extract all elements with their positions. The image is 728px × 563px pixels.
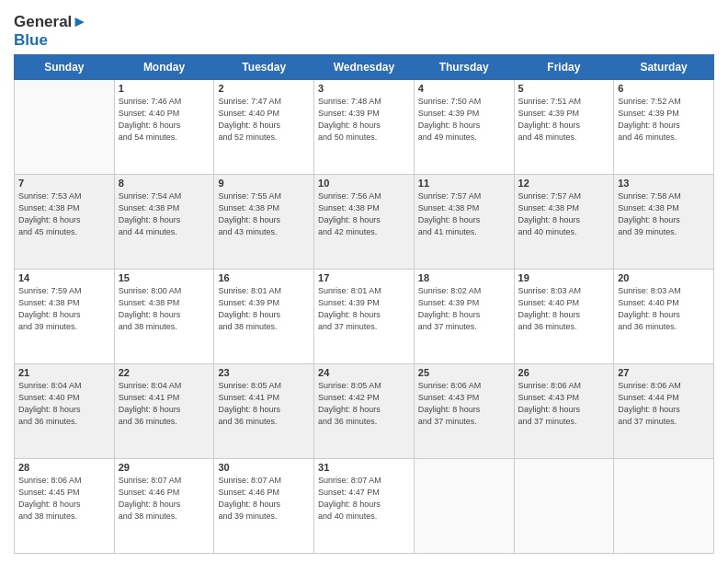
day-number: 11 xyxy=(418,178,510,189)
day-number: 27 xyxy=(618,367,710,378)
day-info: Sunrise: 8:07 AMSunset: 4:46 PMDaylight:… xyxy=(218,475,310,523)
day-number: 26 xyxy=(518,367,610,378)
day-number: 29 xyxy=(119,462,210,473)
calendar-cell: 13Sunrise: 7:58 AMSunset: 4:38 PMDayligh… xyxy=(614,175,714,270)
day-info: Sunrise: 8:00 AMSunset: 4:38 PMDaylight:… xyxy=(119,285,210,333)
calendar-cell xyxy=(514,458,614,553)
calendar-week-0: 1Sunrise: 7:46 AMSunset: 4:40 PMDaylight… xyxy=(15,80,714,175)
day-info: Sunrise: 8:06 AMSunset: 4:43 PMDaylight:… xyxy=(518,380,610,428)
day-header-friday: Friday xyxy=(514,55,614,80)
day-info: Sunrise: 8:06 AMSunset: 4:45 PMDaylight:… xyxy=(18,475,110,523)
day-info: Sunrise: 7:51 AMSunset: 4:39 PMDaylight:… xyxy=(518,96,610,144)
calendar-table: SundayMondayTuesdayWednesdayThursdayFrid… xyxy=(14,54,714,554)
day-number: 12 xyxy=(518,178,610,189)
calendar-cell xyxy=(614,458,714,553)
calendar-cell: 1Sunrise: 7:46 AMSunset: 4:40 PMDaylight… xyxy=(114,80,214,175)
calendar-cell xyxy=(15,80,115,175)
day-number: 2 xyxy=(218,83,310,94)
day-info: Sunrise: 8:01 AMSunset: 4:39 PMDaylight:… xyxy=(318,285,410,333)
day-number: 22 xyxy=(119,367,210,378)
logo-blue-text: Blue xyxy=(14,31,87,50)
calendar-cell: 6Sunrise: 7:52 AMSunset: 4:39 PMDaylight… xyxy=(614,80,714,175)
page: General► Blue SundayMondayTuesdayWednesd… xyxy=(0,0,728,563)
day-header-saturday: Saturday xyxy=(614,55,714,80)
calendar-cell: 30Sunrise: 8:07 AMSunset: 4:46 PMDayligh… xyxy=(214,458,314,553)
day-info: Sunrise: 7:47 AMSunset: 4:40 PMDaylight:… xyxy=(218,96,310,144)
calendar-cell: 3Sunrise: 7:48 AMSunset: 4:39 PMDaylight… xyxy=(314,80,415,175)
calendar-cell: 24Sunrise: 8:05 AMSunset: 4:42 PMDayligh… xyxy=(314,364,415,459)
day-info: Sunrise: 7:48 AMSunset: 4:39 PMDaylight:… xyxy=(318,96,410,144)
calendar-cell: 25Sunrise: 8:06 AMSunset: 4:43 PMDayligh… xyxy=(414,364,514,459)
calendar-cell: 14Sunrise: 7:59 AMSunset: 4:38 PMDayligh… xyxy=(15,270,115,364)
calendar-cell: 11Sunrise: 7:57 AMSunset: 4:38 PMDayligh… xyxy=(414,175,514,270)
day-info: Sunrise: 7:57 AMSunset: 4:38 PMDaylight:… xyxy=(518,190,610,238)
day-info: Sunrise: 7:55 AMSunset: 4:38 PMDaylight:… xyxy=(218,190,310,238)
day-number: 8 xyxy=(119,178,210,189)
day-number: 28 xyxy=(18,462,110,473)
day-number: 5 xyxy=(518,83,610,94)
calendar-cell: 5Sunrise: 7:51 AMSunset: 4:39 PMDaylight… xyxy=(514,80,614,175)
calendar-cell: 4Sunrise: 7:50 AMSunset: 4:39 PMDaylight… xyxy=(414,80,514,175)
calendar-cell: 29Sunrise: 8:07 AMSunset: 4:46 PMDayligh… xyxy=(114,458,214,553)
calendar-week-1: 7Sunrise: 7:53 AMSunset: 4:38 PMDaylight… xyxy=(15,175,714,270)
day-number: 4 xyxy=(418,83,510,94)
calendar-cell: 16Sunrise: 8:01 AMSunset: 4:39 PMDayligh… xyxy=(214,270,314,364)
day-info: Sunrise: 8:04 AMSunset: 4:41 PMDaylight:… xyxy=(119,380,210,428)
calendar-cell: 12Sunrise: 7:57 AMSunset: 4:38 PMDayligh… xyxy=(514,175,614,270)
day-number: 25 xyxy=(418,367,510,378)
day-info: Sunrise: 7:59 AMSunset: 4:38 PMDaylight:… xyxy=(18,285,110,333)
day-number: 13 xyxy=(618,178,710,189)
day-number: 18 xyxy=(418,272,510,283)
day-info: Sunrise: 7:52 AMSunset: 4:39 PMDaylight:… xyxy=(618,96,710,144)
day-info: Sunrise: 8:07 AMSunset: 4:46 PMDaylight:… xyxy=(119,475,210,523)
day-number: 14 xyxy=(18,272,110,283)
calendar-week-3: 21Sunrise: 8:04 AMSunset: 4:40 PMDayligh… xyxy=(15,364,714,459)
day-info: Sunrise: 8:03 AMSunset: 4:40 PMDaylight:… xyxy=(618,285,710,333)
day-number: 6 xyxy=(618,83,710,94)
calendar-cell: 27Sunrise: 8:06 AMSunset: 4:44 PMDayligh… xyxy=(614,364,714,459)
calendar-cell: 22Sunrise: 8:04 AMSunset: 4:41 PMDayligh… xyxy=(114,364,214,459)
logo-blue: ► xyxy=(72,13,87,30)
day-number: 17 xyxy=(318,272,410,283)
day-number: 31 xyxy=(318,462,410,473)
day-info: Sunrise: 7:53 AMSunset: 4:38 PMDaylight:… xyxy=(18,190,110,238)
calendar-cell xyxy=(414,458,514,553)
day-number: 21 xyxy=(18,367,110,378)
day-number: 24 xyxy=(318,367,410,378)
day-number: 7 xyxy=(18,178,110,189)
day-header-wednesday: Wednesday xyxy=(314,55,415,80)
calendar-cell: 2Sunrise: 7:47 AMSunset: 4:40 PMDaylight… xyxy=(214,80,314,175)
calendar-header-row: SundayMondayTuesdayWednesdayThursdayFrid… xyxy=(15,55,714,80)
day-info: Sunrise: 8:03 AMSunset: 4:40 PMDaylight:… xyxy=(518,285,610,333)
day-header-monday: Monday xyxy=(114,55,214,80)
day-number: 20 xyxy=(618,272,710,283)
calendar-cell: 26Sunrise: 8:06 AMSunset: 4:43 PMDayligh… xyxy=(514,364,614,459)
day-header-sunday: Sunday xyxy=(15,55,115,80)
logo-text: General► xyxy=(14,13,87,31)
day-header-thursday: Thursday xyxy=(414,55,514,80)
calendar-cell: 8Sunrise: 7:54 AMSunset: 4:38 PMDaylight… xyxy=(114,175,214,270)
calendar-cell: 28Sunrise: 8:06 AMSunset: 4:45 PMDayligh… xyxy=(15,458,115,553)
day-info: Sunrise: 8:01 AMSunset: 4:39 PMDaylight:… xyxy=(218,285,310,333)
day-number: 30 xyxy=(218,462,310,473)
day-number: 3 xyxy=(318,83,410,94)
day-info: Sunrise: 7:56 AMSunset: 4:38 PMDaylight:… xyxy=(318,190,410,238)
calendar-week-4: 28Sunrise: 8:06 AMSunset: 4:45 PMDayligh… xyxy=(15,458,714,553)
day-info: Sunrise: 8:06 AMSunset: 4:43 PMDaylight:… xyxy=(418,380,510,428)
day-info: Sunrise: 8:02 AMSunset: 4:39 PMDaylight:… xyxy=(418,285,510,333)
day-number: 23 xyxy=(218,367,310,378)
calendar-cell: 9Sunrise: 7:55 AMSunset: 4:38 PMDaylight… xyxy=(214,175,314,270)
calendar-cell: 7Sunrise: 7:53 AMSunset: 4:38 PMDaylight… xyxy=(15,175,115,270)
header: General► Blue xyxy=(14,9,714,49)
calendar-cell: 19Sunrise: 8:03 AMSunset: 4:40 PMDayligh… xyxy=(514,270,614,364)
calendar-cell: 21Sunrise: 8:04 AMSunset: 4:40 PMDayligh… xyxy=(15,364,115,459)
day-info: Sunrise: 8:04 AMSunset: 4:40 PMDaylight:… xyxy=(18,380,110,428)
day-info: Sunrise: 8:07 AMSunset: 4:47 PMDaylight:… xyxy=(318,475,410,523)
day-number: 16 xyxy=(218,272,310,283)
day-info: Sunrise: 8:05 AMSunset: 4:41 PMDaylight:… xyxy=(218,380,310,428)
day-info: Sunrise: 7:57 AMSunset: 4:38 PMDaylight:… xyxy=(418,190,510,238)
calendar-week-2: 14Sunrise: 7:59 AMSunset: 4:38 PMDayligh… xyxy=(15,270,714,364)
day-info: Sunrise: 8:05 AMSunset: 4:42 PMDaylight:… xyxy=(318,380,410,428)
calendar-cell: 31Sunrise: 8:07 AMSunset: 4:47 PMDayligh… xyxy=(314,458,415,553)
logo: General► Blue xyxy=(14,13,87,49)
